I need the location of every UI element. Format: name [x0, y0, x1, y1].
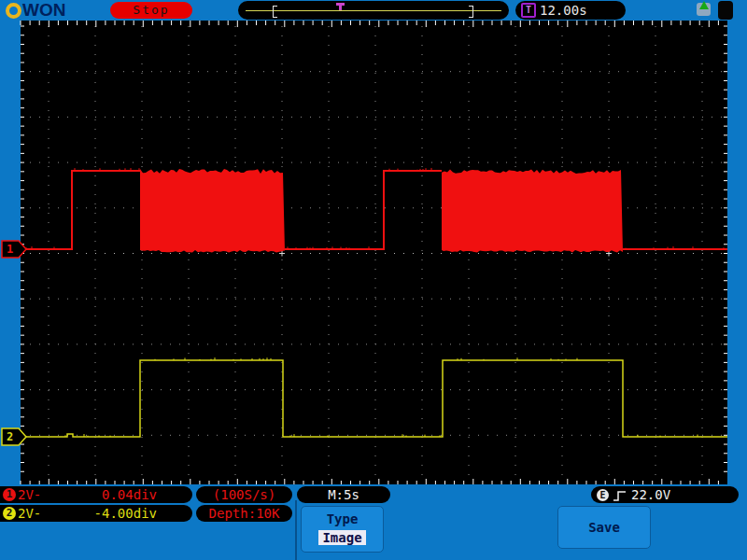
usb-storage-icon — [697, 3, 711, 16]
ch1-badge: 1 — [3, 488, 16, 501]
type-button[interactable]: Type Image — [301, 506, 384, 553]
owon-logo-o-icon — [6, 3, 21, 19]
scope-display — [21, 21, 727, 484]
trigger-t-icon: T — [521, 3, 536, 18]
svg-text:2: 2 — [7, 430, 13, 443]
timebase-readout: M:5s — [297, 486, 390, 503]
window-right-bracket-icon — [469, 6, 473, 18]
ch2-badge: 2 — [3, 507, 16, 520]
memory-depth-readout: Depth:10K — [196, 505, 292, 522]
trigger-position-bar[interactable] — [238, 1, 509, 20]
trigger-source-badge: E — [597, 489, 609, 501]
run-state-badge: Stop — [110, 2, 192, 19]
trigger-position-marker-icon — [336, 3, 345, 10]
trigger-time-value: 12.00s — [540, 3, 587, 18]
type-button-value: Image — [318, 530, 365, 545]
ch1-status-pill: 1 2V- 0.04div — [0, 486, 192, 503]
svg-text:1: 1 — [7, 243, 13, 256]
save-button[interactable]: Save — [557, 506, 651, 549]
type-button-label: Type — [302, 511, 383, 526]
top-bar: WON Stop T 12.00s — [0, 0, 747, 21]
ch2-volts-per-div: 2V- — [18, 506, 41, 521]
rising-edge-icon — [613, 490, 627, 502]
trigger-status-pill: E 22.0V — [591, 486, 739, 503]
ch2-position: -4.00div — [94, 506, 157, 521]
owon-logo: WON — [6, 2, 65, 19]
ch2-status-pill: 2 2V- -4.00div — [0, 505, 192, 522]
record-line — [246, 10, 501, 11]
trigger-time-readout: T 12.00s — [515, 1, 626, 20]
owon-logo-text: WON — [22, 2, 65, 19]
trigger-level-value: 22.0V — [631, 487, 670, 502]
ch1-volts-per-div: 2V- — [18, 487, 41, 502]
window-left-bracket-icon — [273, 6, 277, 18]
ch1-position: 0.04div — [102, 487, 157, 502]
menu-divider — [295, 500, 297, 560]
sample-rate-readout: (100S/s) — [196, 486, 292, 503]
battery-icon — [718, 1, 733, 20]
